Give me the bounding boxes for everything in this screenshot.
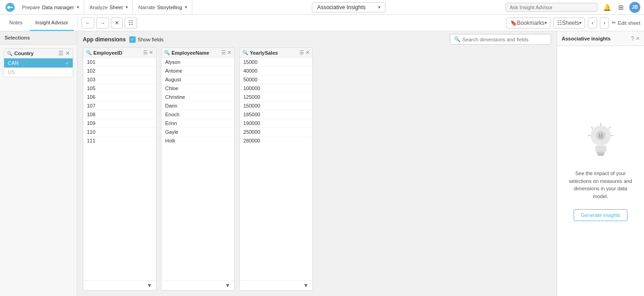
list-item[interactable]: 102 [83,67,156,75]
list-item[interactable]: Alyson [161,58,234,67]
employeename-list-btn[interactable]: ☰ [221,50,226,56]
search-icon: 🔍 [7,51,12,56]
list-item[interactable]: 103 [83,75,156,84]
country-filter-card: 🔍 Country ☰ ✕ CAN ✓ US [4,48,73,77]
employeename-body: Alyson Antoine August Chloe Christine Da… [161,58,234,280]
narrate-dropdown[interactable]: ▾ [184,5,188,10]
list-item[interactable]: 109 [83,119,156,128]
apps-grid-icon[interactable]: ⊞ [616,3,626,12]
yearlysales-header: 🔍 YearlySales ☰ ✕ [240,48,312,58]
nav-center: Associative Insights ▾ [194,2,504,12]
list-item[interactable]: 280000 [240,137,312,145]
list-item[interactable]: 250000 [240,128,312,137]
notifications-icon[interactable]: 🔔 [601,3,613,12]
filter-clear-btn[interactable]: ✕ [65,51,70,56]
selection-clear-btn[interactable]: ✕ [111,17,123,28]
list-item[interactable]: 101 [83,58,156,67]
filter-item-us[interactable]: US [4,68,73,77]
toolbar-right: 🔖 Bookmarks ▾ ☷ Sheets ▾ ‹ › ✏ Edit shee… [506,17,640,28]
main-layout: Selections 🔍 Country ☰ ✕ CAN ✓ US [0,31,644,296]
generate-insights-btn[interactable]: Generate insights [574,209,627,221]
list-item[interactable]: 105 [83,84,156,93]
show-fields-toggle[interactable]: ✓ Show fields [129,36,163,43]
insights-help-btn[interactable]: ? [631,35,634,42]
list-item[interactable]: Antoine [161,67,234,75]
list-item[interactable]: Enoch [161,110,234,119]
list-item[interactable]: 106 [83,93,156,102]
sheets-dropdown-icon: ▾ [579,20,581,25]
dim-card-employeename: 🔍 EmployeeName ☰ ✕ Alyson Antoine August… [161,47,235,290]
list-item[interactable]: 150000 [240,102,312,110]
top-navigation: Prepare Data manager ▾ Analyze Sheet ▾ N… [0,0,644,15]
employeeid-clear-btn[interactable]: ✕ [149,50,153,56]
bookmarks-btn[interactable]: 🔖 Bookmarks ▾ [506,17,551,28]
search-dims-input[interactable] [462,37,545,42]
app-dimensions-toolbar: App dimensions ✓ Show fields 🔍 [77,31,557,47]
selections-spacer [0,81,77,296]
employeeid-list-btn[interactable]: ☰ [143,50,148,56]
list-item[interactable]: 100000 [240,84,312,93]
insight-advisor-search[interactable] [506,3,598,12]
yearlysales-list-btn[interactable]: ☰ [299,50,304,56]
selection-back-btn[interactable]: ← [81,17,94,28]
list-item[interactable]: 110 [83,128,156,137]
prepare-dropdown[interactable]: ▾ [76,5,80,10]
list-item[interactable]: 50000 [240,75,312,84]
list-item[interactable]: Darin [161,102,234,110]
employeename-scroll-down[interactable]: ▼ [225,282,230,289]
list-item[interactable]: Gayle [161,128,234,137]
app-title-container[interactable]: Associative Insights ▾ [312,2,385,12]
list-item[interactable]: 111 [83,137,156,145]
dims-grid: 🔍 EmployeeID ☰ ✕ 101 102 103 105 106 [77,47,557,296]
yearlysales-actions: ☰ ✕ [299,50,310,56]
app-title-dropdown-icon: ▾ [378,5,380,10]
list-item[interactable]: 125000 [240,93,312,102]
app-dimensions-section: App dimensions ✓ Show fields 🔍 🔍 Employe… [77,31,557,296]
analyze-dropdown[interactable]: ▾ [125,5,129,10]
narrate-section[interactable]: Narrate Storytelling ▾ [135,0,192,14]
selection-forward-btn[interactable]: → [96,17,109,28]
yearlysales-body: 15000 40000 50000 100000 125000 150000 1… [240,58,312,280]
qlik-logo-icon [4,1,17,14]
list-item[interactable]: 40000 [240,67,312,75]
filter-list-btn[interactable]: ☰ [58,51,63,56]
edit-sheet-btn[interactable]: ✏ Edit sheet [612,20,640,26]
filter-item-can[interactable]: CAN ✓ [4,58,73,68]
list-item[interactable]: Holli [161,137,234,145]
show-fields-label: Show fields [138,37,163,42]
insights-title: Associative insights [562,36,610,41]
list-item[interactable]: 108 [83,110,156,119]
list-item[interactable]: Chloe [161,84,234,93]
list-item[interactable]: 185000 [240,110,312,119]
employeeid-scroll-down[interactable]: ▼ [147,282,152,289]
prepare-section[interactable]: Prepare Data manager ▾ [18,0,84,14]
list-item[interactable]: 15000 [240,58,312,67]
show-fields-checkbox[interactable]: ✓ [129,36,136,43]
insights-close-btn[interactable]: × [636,35,639,42]
list-item[interactable]: 190000 [240,119,312,128]
nav-prev-btn[interactable]: ‹ [588,17,597,28]
yearlysales-clear-btn[interactable]: ✕ [305,50,310,56]
search-dims-icon: 🔍 [454,36,460,42]
employeename-actions: ☰ ✕ [221,50,231,56]
list-item[interactable]: 107 [83,102,156,110]
analyze-label: Analyze [90,5,108,10]
tab-insight-advisor[interactable]: Insight Advisor [30,15,74,31]
dim-card-employeeid: 🔍 EmployeeID ☰ ✕ 101 102 103 105 106 [83,47,156,290]
layout-grid-btn[interactable]: ☷ [125,17,137,28]
sheets-icon: ☷ [557,20,562,26]
avatar[interactable]: JB [629,2,640,13]
employeeid-header: 🔍 EmployeeID ☰ ✕ [83,48,156,58]
nav-next-btn[interactable]: › [600,17,609,28]
yearlysales-scroll-down[interactable]: ▼ [303,282,309,289]
list-item[interactable]: Christine [161,93,234,102]
list-item[interactable]: Erinn [161,119,234,128]
tab-notes[interactable]: Notes [4,15,28,31]
sheets-btn[interactable]: ☷ Sheets ▾ [553,17,585,28]
employeename-clear-btn[interactable]: ✕ [227,50,231,56]
search-icon-employeeid: 🔍 [86,50,92,55]
analyze-section[interactable]: Analyze Sheet ▾ [86,0,133,14]
list-item[interactable]: August [161,75,234,84]
search-dims-container: 🔍 [450,34,551,45]
selections-panel: Selections 🔍 Country ☰ ✕ CAN ✓ US [0,31,77,296]
